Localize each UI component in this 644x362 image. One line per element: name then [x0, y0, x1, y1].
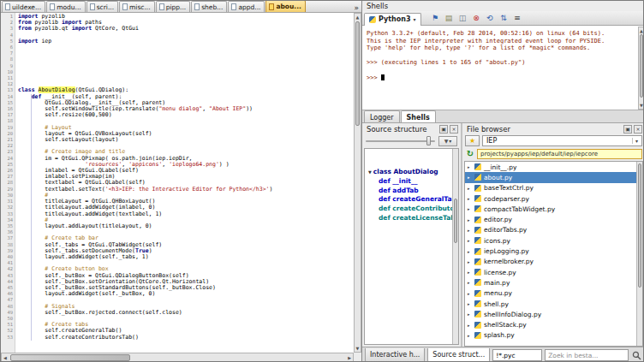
detach-panel-icon[interactable]: ▣: [439, 125, 448, 134]
shell-scrollbar[interactable]: ▲ ▼: [638, 27, 644, 110]
source-item[interactable]: def __init__: [365, 177, 458, 187]
code-editor[interactable]: 1234567891011121314151617181920212223242…: [1, 13, 354, 353]
collapsed-arrow-icon[interactable]: ▸: [468, 228, 472, 233]
terminate-icon[interactable]: ⊗: [471, 13, 482, 24]
editor-tab[interactable]: sheb...: [191, 1, 227, 12]
editor-tab[interactable]: abou...: [265, 1, 305, 12]
file-row[interactable]: ▸editor.py: [465, 214, 642, 224]
collapsed-arrow-icon[interactable]: ▸: [468, 333, 472, 338]
expanded-arrow-icon[interactable]: ▼: [368, 169, 372, 175]
scroll-right-arrow-icon[interactable]: ▶: [348, 355, 351, 360]
shell-stack-tab[interactable]: Shells: [401, 110, 436, 122]
collapsed-arrow-icon[interactable]: ▸: [468, 280, 472, 285]
scrollbar-thumb[interactable]: [10, 354, 130, 361]
scrollbar-thumb[interactable]: [638, 163, 641, 288]
file-row[interactable]: ▸__init__.py: [465, 162, 642, 172]
collapsed-arrow-icon[interactable]: ▸: [468, 323, 472, 328]
tab-overflow-button[interactable]: »: [351, 3, 361, 12]
collapsed-arrow-icon[interactable]: ▸: [468, 186, 472, 191]
file-row[interactable]: ▸baseTextCtrl.py: [465, 183, 642, 193]
editor-tab[interactable]: uildexe...: [2, 1, 45, 12]
scroll-up-arrow-icon[interactable]: ▲: [639, 28, 644, 33]
file-row[interactable]: ▸main.py: [465, 277, 642, 288]
editor-tab[interactable]: misc...: [119, 1, 155, 12]
file-row[interactable]: ▸menu.py: [465, 288, 642, 299]
scroll-up-arrow-icon[interactable]: ▲: [355, 15, 361, 20]
scrollbar-thumb[interactable]: [454, 199, 457, 243]
close-panel-icon[interactable]: ×: [450, 125, 458, 134]
file-row[interactable]: ▸icons.py: [465, 235, 642, 246]
scroll-sync-icon[interactable]: ⇅: [498, 13, 510, 24]
source-structure-tree[interactable]: ▼class AboutDialogdef __init__def addTab…: [364, 148, 459, 345]
collapsed-arrow-icon[interactable]: ▸: [468, 217, 472, 223]
close-panel-icon[interactable]: ×: [634, 125, 642, 134]
source-item[interactable]: def createContributors...: [365, 205, 458, 214]
collapsed-arrow-icon[interactable]: ▸: [468, 249, 472, 254]
collapsed-arrow-icon[interactable]: ▸: [468, 270, 472, 275]
filter-button[interactable]: ▼ ▾: [438, 136, 457, 146]
duplicate-tab-icon[interactable]: ◫: [457, 13, 468, 24]
filename-filter-input[interactable]: [492, 349, 542, 361]
file-row[interactable]: ▸shellStack.py: [465, 319, 642, 329]
collapsed-arrow-icon[interactable]: ▸: [468, 175, 472, 180]
star-bookmark-button[interactable]: ★: [465, 135, 480, 146]
tool-tab[interactable]: Interactive h...: [365, 348, 425, 362]
scrollbar-thumb[interactable]: [640, 34, 643, 98]
file-row[interactable]: ▸shell.py: [465, 299, 642, 309]
search-icon[interactable]: [631, 347, 642, 362]
source-item[interactable]: def createLicenseTab: [365, 214, 458, 223]
refresh-icon[interactable]: ↻: [465, 149, 475, 158]
file-row[interactable]: ▸license.py: [465, 267, 642, 277]
scroll-down-arrow-icon[interactable]: ▼: [639, 103, 644, 108]
file-row[interactable]: ▸about.py: [465, 172, 642, 182]
source-item[interactable]: def createGeneralTab: [365, 195, 458, 205]
editor-tab[interactable]: appd...: [228, 1, 265, 12]
collapsed-arrow-icon[interactable]: ▸: [468, 291, 472, 296]
editor-tab[interactable]: scri...: [86, 1, 118, 12]
file-row[interactable]: ▸shellInfoDialog.py: [465, 309, 642, 319]
scrollbar-thumb[interactable]: [355, 21, 360, 126]
source-item[interactable]: ▼class AboutDialog: [365, 168, 458, 177]
scroll-left-arrow-icon[interactable]: ◀: [3, 355, 7, 360]
slider-handle[interactable]: [426, 136, 431, 145]
tool-tab[interactable]: Source struct...: [427, 348, 490, 362]
source-item[interactable]: def addTab: [365, 187, 458, 196]
menu-icon[interactable]: ≡: [512, 13, 523, 24]
collapsed-arrow-icon[interactable]: ▸: [468, 164, 472, 169]
shell-tab-python3[interactable]: Python3 ▾: [364, 13, 421, 26]
collapsed-arrow-icon[interactable]: ▸: [468, 312, 472, 317]
shell-output[interactable]: Python 3.3.2+ (default, Feb 28 2014, 00:…: [362, 26, 644, 110]
detach-panel-icon[interactable]: ▣: [623, 125, 632, 134]
editor-tab[interactable]: pipp...: [156, 1, 191, 12]
search-in-files-input[interactable]: [545, 349, 629, 361]
collapsed-arrow-icon[interactable]: ▸: [468, 206, 472, 211]
project-select[interactable]: IEP ▾: [482, 135, 642, 146]
file-row[interactable]: ▸iepLogging.py: [465, 246, 642, 256]
file-list[interactable]: ▸__init__.py▸about.py▸baseTextCtrl.py▸co…: [464, 161, 643, 347]
collapsed-arrow-icon[interactable]: ▸: [468, 196, 472, 201]
shell-stack-tab[interactable]: Logger: [364, 110, 400, 122]
file-row[interactable]: ▸editorTabs.py: [465, 225, 642, 235]
depth-slider[interactable]: [366, 136, 435, 145]
collapsed-arrow-icon[interactable]: ▸: [468, 259, 472, 264]
line-number: 23: [1, 149, 13, 155]
tree-scrollbar[interactable]: [452, 149, 458, 344]
collapsed-arrow-icon[interactable]: ▸: [468, 301, 472, 306]
code-area[interactable]: import pyzolibfrom pyzolib import pathsf…: [15, 13, 354, 353]
paste-icon[interactable]: ▤: [444, 13, 455, 24]
editor-vertical-scrollbar[interactable]: ▲ ▼: [354, 13, 361, 353]
file-row[interactable]: ▸kernelbroker.py: [465, 257, 642, 267]
file-row[interactable]: ▸compactTabWidget.py: [465, 204, 642, 214]
editor-horizontal-scrollbar[interactable]: ◀ ▶: [1, 353, 354, 362]
interrupt-icon[interactable]: ⚑: [430, 13, 441, 24]
file-row[interactable]: ▸splash.py: [465, 330, 642, 341]
editor-tab[interactable]: modu...: [46, 1, 86, 12]
restart-icon[interactable]: ⟲: [485, 13, 496, 24]
path-input[interactable]: projects/pyapps/iep/default/iep/iepcore: [477, 149, 642, 159]
line-number: 35: [1, 223, 13, 229]
tools-area: Source structure ▣ × ▼ ▾: [362, 123, 644, 347]
file-list-scrollbar[interactable]: [636, 162, 642, 346]
collapsed-arrow-icon[interactable]: ▸: [468, 238, 472, 243]
scroll-down-arrow-icon[interactable]: ▼: [355, 346, 361, 351]
file-row[interactable]: ▸codeparser.py: [465, 193, 642, 204]
